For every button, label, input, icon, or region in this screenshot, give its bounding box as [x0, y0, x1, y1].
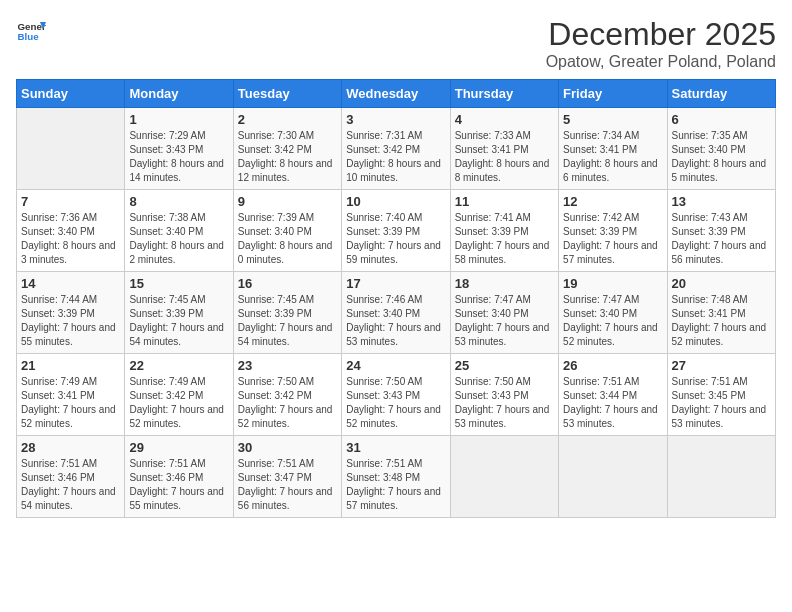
- location-title: Opatow, Greater Poland, Poland: [546, 53, 776, 71]
- cell-content: Sunrise: 7:46 AMSunset: 3:40 PMDaylight:…: [346, 293, 445, 349]
- cell-content: Sunrise: 7:51 AMSunset: 3:45 PMDaylight:…: [672, 375, 771, 431]
- calendar-cell: 11Sunrise: 7:41 AMSunset: 3:39 PMDayligh…: [450, 190, 558, 272]
- day-number: 22: [129, 358, 228, 373]
- cell-content: Sunrise: 7:51 AMSunset: 3:47 PMDaylight:…: [238, 457, 337, 513]
- day-number: 2: [238, 112, 337, 127]
- cell-content: Sunrise: 7:44 AMSunset: 3:39 PMDaylight:…: [21, 293, 120, 349]
- calendar-cell: 23Sunrise: 7:50 AMSunset: 3:42 PMDayligh…: [233, 354, 341, 436]
- day-number: 24: [346, 358, 445, 373]
- calendar-week-row: 14Sunrise: 7:44 AMSunset: 3:39 PMDayligh…: [17, 272, 776, 354]
- calendar-day-header: Wednesday: [342, 80, 450, 108]
- cell-content: Sunrise: 7:43 AMSunset: 3:39 PMDaylight:…: [672, 211, 771, 267]
- calendar-cell: 14Sunrise: 7:44 AMSunset: 3:39 PMDayligh…: [17, 272, 125, 354]
- calendar-table: SundayMondayTuesdayWednesdayThursdayFrid…: [16, 79, 776, 518]
- cell-content: Sunrise: 7:51 AMSunset: 3:46 PMDaylight:…: [21, 457, 120, 513]
- month-title: December 2025: [546, 16, 776, 53]
- calendar-week-row: 1Sunrise: 7:29 AMSunset: 3:43 PMDaylight…: [17, 108, 776, 190]
- calendar-day-header: Tuesday: [233, 80, 341, 108]
- calendar-cell: 17Sunrise: 7:46 AMSunset: 3:40 PMDayligh…: [342, 272, 450, 354]
- calendar-day-header: Friday: [559, 80, 667, 108]
- title-area: December 2025 Opatow, Greater Poland, Po…: [546, 16, 776, 71]
- calendar-day-header: Thursday: [450, 80, 558, 108]
- day-number: 20: [672, 276, 771, 291]
- cell-content: Sunrise: 7:31 AMSunset: 3:42 PMDaylight:…: [346, 129, 445, 185]
- calendar-cell: 27Sunrise: 7:51 AMSunset: 3:45 PMDayligh…: [667, 354, 775, 436]
- cell-content: Sunrise: 7:49 AMSunset: 3:41 PMDaylight:…: [21, 375, 120, 431]
- cell-content: Sunrise: 7:35 AMSunset: 3:40 PMDaylight:…: [672, 129, 771, 185]
- calendar-cell: 24Sunrise: 7:50 AMSunset: 3:43 PMDayligh…: [342, 354, 450, 436]
- cell-content: Sunrise: 7:50 AMSunset: 3:43 PMDaylight:…: [346, 375, 445, 431]
- day-number: 4: [455, 112, 554, 127]
- logo-icon: General Blue: [16, 16, 46, 46]
- calendar-cell: 21Sunrise: 7:49 AMSunset: 3:41 PMDayligh…: [17, 354, 125, 436]
- calendar-cell: 9Sunrise: 7:39 AMSunset: 3:40 PMDaylight…: [233, 190, 341, 272]
- day-number: 29: [129, 440, 228, 455]
- day-number: 9: [238, 194, 337, 209]
- day-number: 1: [129, 112, 228, 127]
- day-number: 28: [21, 440, 120, 455]
- cell-content: Sunrise: 7:51 AMSunset: 3:44 PMDaylight:…: [563, 375, 662, 431]
- cell-content: Sunrise: 7:38 AMSunset: 3:40 PMDaylight:…: [129, 211, 228, 267]
- calendar-cell: 3Sunrise: 7:31 AMSunset: 3:42 PMDaylight…: [342, 108, 450, 190]
- cell-content: Sunrise: 7:49 AMSunset: 3:42 PMDaylight:…: [129, 375, 228, 431]
- day-number: 16: [238, 276, 337, 291]
- day-number: 27: [672, 358, 771, 373]
- header: General Blue December 2025 Opatow, Great…: [16, 16, 776, 71]
- calendar-cell: 2Sunrise: 7:30 AMSunset: 3:42 PMDaylight…: [233, 108, 341, 190]
- cell-content: Sunrise: 7:47 AMSunset: 3:40 PMDaylight:…: [455, 293, 554, 349]
- calendar-cell: 16Sunrise: 7:45 AMSunset: 3:39 PMDayligh…: [233, 272, 341, 354]
- calendar-cell: 4Sunrise: 7:33 AMSunset: 3:41 PMDaylight…: [450, 108, 558, 190]
- calendar-cell: 30Sunrise: 7:51 AMSunset: 3:47 PMDayligh…: [233, 436, 341, 518]
- day-number: 7: [21, 194, 120, 209]
- day-number: 31: [346, 440, 445, 455]
- calendar-cell: 31Sunrise: 7:51 AMSunset: 3:48 PMDayligh…: [342, 436, 450, 518]
- calendar-body: 1Sunrise: 7:29 AMSunset: 3:43 PMDaylight…: [17, 108, 776, 518]
- cell-content: Sunrise: 7:45 AMSunset: 3:39 PMDaylight:…: [238, 293, 337, 349]
- cell-content: Sunrise: 7:34 AMSunset: 3:41 PMDaylight:…: [563, 129, 662, 185]
- calendar-cell: 25Sunrise: 7:50 AMSunset: 3:43 PMDayligh…: [450, 354, 558, 436]
- calendar-week-row: 21Sunrise: 7:49 AMSunset: 3:41 PMDayligh…: [17, 354, 776, 436]
- cell-content: Sunrise: 7:40 AMSunset: 3:39 PMDaylight:…: [346, 211, 445, 267]
- day-number: 5: [563, 112, 662, 127]
- calendar-cell: 19Sunrise: 7:47 AMSunset: 3:40 PMDayligh…: [559, 272, 667, 354]
- cell-content: Sunrise: 7:36 AMSunset: 3:40 PMDaylight:…: [21, 211, 120, 267]
- calendar-cell: [17, 108, 125, 190]
- cell-content: Sunrise: 7:48 AMSunset: 3:41 PMDaylight:…: [672, 293, 771, 349]
- cell-content: Sunrise: 7:29 AMSunset: 3:43 PMDaylight:…: [129, 129, 228, 185]
- calendar-day-header: Saturday: [667, 80, 775, 108]
- day-number: 25: [455, 358, 554, 373]
- calendar-week-row: 7Sunrise: 7:36 AMSunset: 3:40 PMDaylight…: [17, 190, 776, 272]
- cell-content: Sunrise: 7:39 AMSunset: 3:40 PMDaylight:…: [238, 211, 337, 267]
- day-number: 14: [21, 276, 120, 291]
- day-number: 26: [563, 358, 662, 373]
- calendar-cell: [450, 436, 558, 518]
- cell-content: Sunrise: 7:50 AMSunset: 3:42 PMDaylight:…: [238, 375, 337, 431]
- calendar-cell: [559, 436, 667, 518]
- calendar-cell: 10Sunrise: 7:40 AMSunset: 3:39 PMDayligh…: [342, 190, 450, 272]
- day-number: 6: [672, 112, 771, 127]
- day-number: 19: [563, 276, 662, 291]
- calendar-cell: 6Sunrise: 7:35 AMSunset: 3:40 PMDaylight…: [667, 108, 775, 190]
- calendar-cell: 7Sunrise: 7:36 AMSunset: 3:40 PMDaylight…: [17, 190, 125, 272]
- day-number: 23: [238, 358, 337, 373]
- calendar-cell: 20Sunrise: 7:48 AMSunset: 3:41 PMDayligh…: [667, 272, 775, 354]
- calendar-cell: 26Sunrise: 7:51 AMSunset: 3:44 PMDayligh…: [559, 354, 667, 436]
- calendar-header-row: SundayMondayTuesdayWednesdayThursdayFrid…: [17, 80, 776, 108]
- cell-content: Sunrise: 7:30 AMSunset: 3:42 PMDaylight:…: [238, 129, 337, 185]
- cell-content: Sunrise: 7:47 AMSunset: 3:40 PMDaylight:…: [563, 293, 662, 349]
- day-number: 3: [346, 112, 445, 127]
- day-number: 18: [455, 276, 554, 291]
- svg-text:Blue: Blue: [18, 31, 40, 42]
- cell-content: Sunrise: 7:42 AMSunset: 3:39 PMDaylight:…: [563, 211, 662, 267]
- day-number: 17: [346, 276, 445, 291]
- day-number: 15: [129, 276, 228, 291]
- cell-content: Sunrise: 7:33 AMSunset: 3:41 PMDaylight:…: [455, 129, 554, 185]
- cell-content: Sunrise: 7:51 AMSunset: 3:48 PMDaylight:…: [346, 457, 445, 513]
- day-number: 13: [672, 194, 771, 209]
- calendar-cell: 15Sunrise: 7:45 AMSunset: 3:39 PMDayligh…: [125, 272, 233, 354]
- day-number: 8: [129, 194, 228, 209]
- logo: General Blue: [16, 16, 46, 46]
- calendar-cell: 18Sunrise: 7:47 AMSunset: 3:40 PMDayligh…: [450, 272, 558, 354]
- day-number: 11: [455, 194, 554, 209]
- cell-content: Sunrise: 7:50 AMSunset: 3:43 PMDaylight:…: [455, 375, 554, 431]
